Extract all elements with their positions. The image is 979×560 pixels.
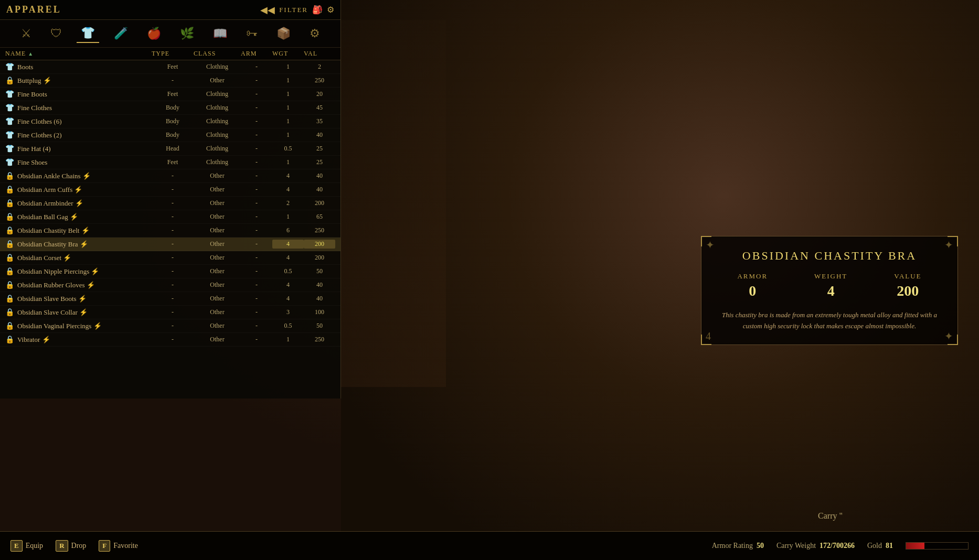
item-value: 250 <box>304 336 335 343</box>
item-value: 200 <box>304 254 335 262</box>
item-value: 200 <box>304 199 335 207</box>
filter-settings-icon[interactable]: ⚙ <box>327 5 334 15</box>
col-val[interactable]: VAL <box>304 50 335 58</box>
item-type-icon: 🔒 <box>5 171 14 180</box>
item-list: 👕 Boots Feet Clothing - 1 2 🔒 Buttplug ⚡… <box>0 60 340 396</box>
panel-deco-tl: ✦ <box>706 239 715 251</box>
item-weight: 4 <box>272 295 304 303</box>
list-item[interactable]: 👕 Fine Shoes Feet Clothing - 1 25 <box>0 156 340 169</box>
list-item[interactable]: 🔒 Obsidian Vaginal Piercings ⚡ - Other -… <box>0 319 340 333</box>
list-item[interactable]: 🔒 Obsidian Chastity Bra ⚡ - Other - 4 20… <box>0 238 340 251</box>
status-right: Armor Rating 50 Carry Weight 172/700266 … <box>712 542 969 550</box>
item-type: Body <box>152 104 194 112</box>
item-class: Other <box>194 254 241 262</box>
item-class: Other <box>194 186 241 193</box>
equip-key[interactable]: E <box>10 540 23 552</box>
nav-food[interactable]: 🍎 <box>143 25 165 42</box>
list-item[interactable]: 🔒 Obsidian Nipple Piercings ⚡ - Other - … <box>0 265 340 278</box>
list-item[interactable]: 👕 Boots Feet Clothing - 1 2 <box>0 60 340 74</box>
nav-weapons[interactable]: ⚔ <box>17 25 36 42</box>
item-name: 🔒 Obsidian Nipple Piercings ⚡ <box>5 267 152 276</box>
item-value: 200 <box>304 240 335 249</box>
item-type: - <box>152 281 194 289</box>
nav-keys[interactable]: 🗝 <box>242 25 262 42</box>
nav-apparel[interactable]: 👕 <box>77 24 99 43</box>
item-weight: 1 <box>272 131 304 139</box>
item-type: Feet <box>152 90 194 98</box>
item-arm: - <box>241 281 272 289</box>
item-arm: - <box>241 240 272 248</box>
back-arrow-icon[interactable]: ◀◀ <box>260 4 275 16</box>
item-class: Other <box>194 213 241 221</box>
item-type-icon: 🔒 <box>5 294 14 303</box>
list-item[interactable]: 🔒 Obsidian Ball Gag ⚡ - Other - 1 65 <box>0 210 340 224</box>
health-bar <box>906 542 969 550</box>
item-arm: - <box>241 254 272 262</box>
list-item[interactable]: 🔒 Obsidian Chastity Belt ⚡ - Other - 6 2… <box>0 224 340 238</box>
item-name: 👕 Fine Clothes (2) <box>5 131 152 139</box>
filter-bag-icon[interactable]: 🎒 <box>312 5 323 15</box>
nav-settings[interactable]: ⚙ <box>305 25 324 42</box>
list-item[interactable]: 🔒 Obsidian Slave Boots ⚡ - Other - 4 40 <box>0 292 340 306</box>
item-arm: - <box>241 322 272 330</box>
nav-misc[interactable]: 📦 <box>272 25 295 42</box>
item-value: 40 <box>304 281 335 289</box>
col-wgt[interactable]: WGT <box>272 50 304 58</box>
detail-title: OBSIDIAN CHASTITY BRA <box>714 249 945 263</box>
value-label: VALUE <box>894 272 921 281</box>
item-weight: 0.5 <box>272 322 304 330</box>
list-item[interactable]: 👕 Fine Clothes (2) Body Clothing - 1 40 <box>0 128 340 142</box>
item-weight: 2 <box>272 199 304 207</box>
item-arm: - <box>241 186 272 193</box>
item-type: Feet <box>152 63 194 71</box>
list-item[interactable]: 👕 Fine Clothes (6) Body Clothing - 1 35 <box>0 115 340 128</box>
list-item[interactable]: 🔒 Obsidian Armbinder ⚡ - Other - 2 200 <box>0 197 340 210</box>
list-item[interactable]: 👕 Fine Boots Feet Clothing - 1 20 <box>0 88 340 101</box>
list-item[interactable]: 👕 Fine Hat (4) Head Clothing - 0.5 25 <box>0 142 340 156</box>
item-weight: 0.5 <box>272 267 304 275</box>
item-class: Clothing <box>194 117 241 125</box>
list-item[interactable]: 🔒 Vibrator ⚡ - Other - 1 250 <box>0 333 340 347</box>
item-type-icon: 🔒 <box>5 240 14 249</box>
carry-weight-label: Carry Weight 172/700266 <box>776 542 855 550</box>
favorite-hint: F Favorite <box>99 540 138 552</box>
list-item[interactable]: 🔒 Buttplug ⚡ - Other - 1 250 <box>0 74 340 88</box>
item-name: 👕 Fine Shoes <box>5 158 152 167</box>
item-value: 250 <box>304 227 335 234</box>
item-name: 🔒 Obsidian Vaginal Piercings ⚡ <box>5 321 152 330</box>
item-name: 🔒 Obsidian Ball Gag ⚡ <box>5 212 152 221</box>
col-class[interactable]: CLASS <box>194 50 241 58</box>
list-item[interactable]: 🔒 Obsidian Slave Collar ⚡ - Other - 3 10… <box>0 306 340 319</box>
detail-armor: ARMOR 0 <box>737 272 768 299</box>
filter-label: FILTER <box>279 6 308 14</box>
drop-hint: R Drop <box>56 540 86 552</box>
item-value: 20 <box>304 90 335 98</box>
item-type-icon: 🔒 <box>5 76 14 85</box>
col-type[interactable]: TYPE <box>152 50 194 58</box>
list-item[interactable]: 🔒 Obsidian Corset ⚡ - Other - 4 200 <box>0 251 340 265</box>
weight-label: WEIGHT <box>814 272 847 281</box>
favorite-key[interactable]: F <box>99 540 110 552</box>
item-name: 👕 Fine Boots <box>5 90 152 99</box>
nav-shield[interactable]: 🛡 <box>46 25 66 42</box>
nav-books[interactable]: 📖 <box>209 25 231 42</box>
nav-potions[interactable]: 🧪 <box>110 25 132 42</box>
item-name: 🔒 Obsidian Arm Cuffs ⚡ <box>5 185 152 194</box>
item-weight: 4 <box>272 186 304 193</box>
item-weight: 1 <box>272 158 304 166</box>
item-weight: 1 <box>272 104 304 112</box>
col-name[interactable]: NAME ▲ <box>5 50 152 58</box>
item-name: 🔒 Obsidian Slave Collar ⚡ <box>5 308 152 317</box>
list-item[interactable]: 🔒 Obsidian Arm Cuffs ⚡ - Other - 4 40 <box>0 183 340 197</box>
list-item[interactable]: 🔒 Obsidian Ankle Chains ⚡ - Other - 4 40 <box>0 169 340 183</box>
list-item[interactable]: 🔒 Obsidian Rubber Gloves ⚡ - Other - 4 4… <box>0 278 340 292</box>
item-weight: 4 <box>272 240 304 249</box>
col-arm[interactable]: ARM <box>241 50 272 58</box>
item-value: 25 <box>304 145 335 153</box>
item-class: Other <box>194 308 241 316</box>
list-item[interactable]: 👕 Fine Clothes Body Clothing - 1 45 <box>0 101 340 115</box>
item-class: Other <box>194 199 241 207</box>
nav-mortar[interactable]: 🌿 <box>176 25 198 42</box>
item-value: 65 <box>304 213 335 221</box>
drop-key[interactable]: R <box>56 540 68 552</box>
